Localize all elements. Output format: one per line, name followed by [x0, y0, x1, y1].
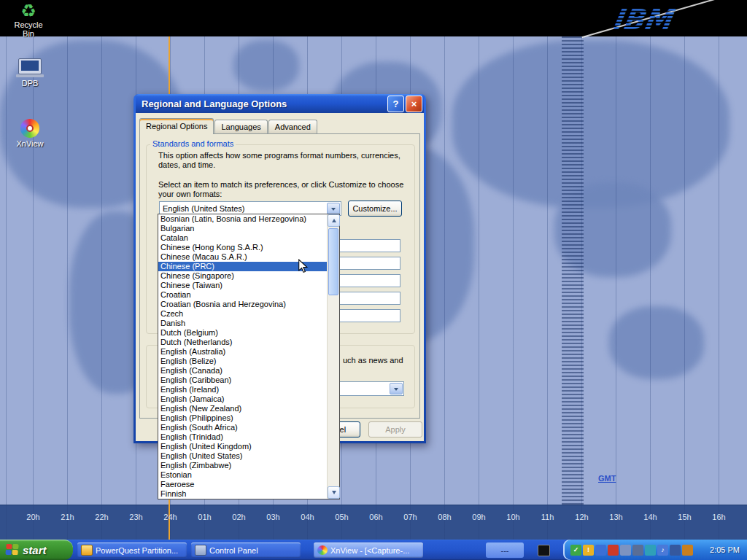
chevron-down-icon[interactable] [390, 383, 403, 394]
hour-label: 05h [325, 513, 359, 521]
chevron-down-icon[interactable] [327, 203, 340, 214]
icon-label: DPB [9, 79, 51, 88]
language-option[interactable]: Czech [158, 309, 327, 319]
hour-label: 20h [16, 513, 50, 521]
control-panel-icon [195, 545, 206, 556]
language-option[interactable]: English (Belize) [158, 357, 327, 366]
desktop-icon-recycle-bin[interactable]: ♻ Recycle Bin [7, 1, 50, 38]
tray-icon[interactable]: ✓ [570, 545, 581, 556]
language-option[interactable]: Bulgarian [158, 224, 327, 233]
icon-label: XnView [9, 139, 51, 148]
tray-icon[interactable] [595, 545, 606, 556]
language-option[interactable]: English (Ireland) [158, 385, 327, 394]
scroll-up-button[interactable] [328, 214, 340, 227]
taskbar-clock[interactable]: 2:05 PM [710, 545, 747, 554]
language-option[interactable]: Finnish [158, 489, 327, 499]
language-option[interactable]: Chinese (Taiwan) [158, 281, 327, 290]
tray-icon[interactable] [620, 545, 631, 556]
hour-label: 21h [50, 513, 85, 521]
language-option[interactable]: Chinese (PRC) [158, 262, 327, 271]
desktop-icon-dpb[interactable]: DPB [9, 58, 51, 88]
scrollbar-thumb[interactable] [328, 228, 338, 295]
group-caption: Standards and formats [150, 139, 236, 148]
language-option[interactable]: Chinese (Hong Kong S.A.R.) [158, 243, 327, 252]
language-option[interactable]: English (Australia) [158, 347, 327, 357]
map-continent [452, 40, 729, 208]
dialog-titlebar[interactable]: Regional and Language Options ? × [136, 94, 424, 113]
xnview-icon [317, 545, 328, 555]
language-option[interactable]: Faeroese [158, 480, 327, 489]
apply-button[interactable]: Apply [368, 421, 422, 438]
tray-icon[interactable]: ! [583, 545, 594, 556]
laptop-icon [9, 58, 51, 77]
console-icon[interactable] [538, 545, 550, 556]
hour-label: 22h [85, 513, 119, 521]
tray-icon[interactable]: ♪ [657, 545, 668, 556]
hour-label-row: 20h21h22h23h24h01h02h03h04h05h06h07h08h0… [16, 513, 736, 521]
tray-icon[interactable] [645, 545, 656, 556]
language-option[interactable]: Chinese (Singapore) [158, 271, 327, 281]
taskbar-mini-toolbar[interactable]: --- [486, 542, 524, 558]
tab-languages[interactable]: Languages [214, 120, 267, 133]
language-option[interactable]: Estonian [158, 470, 327, 480]
language-option[interactable]: English (United States) [158, 451, 327, 461]
location-text-fragment: uch as news and [343, 356, 403, 365]
language-option[interactable]: Dutch (Netherlands) [158, 338, 327, 347]
language-option[interactable]: English (Caribbean) [158, 376, 327, 385]
icon-label: Recycle Bin [7, 20, 50, 38]
language-option[interactable]: English (Jamaica) [158, 394, 327, 404]
tray-icon[interactable] [608, 545, 619, 556]
customize-button[interactable]: Customize... [348, 201, 402, 217]
tray-icon[interactable] [682, 545, 693, 556]
tray-icon[interactable] [670, 545, 681, 556]
dialog-body: Regional Options Languages Advanced Stan… [136, 113, 424, 441]
tab-advanced[interactable]: Advanced [268, 120, 317, 133]
language-option[interactable]: Dutch (Belgium) [158, 328, 327, 338]
taskbar-button-control-panel[interactable]: Control Panel [191, 542, 301, 558]
start-button[interactable]: start [0, 540, 73, 560]
language-option[interactable]: Croatian (Bosnia and Herzegovina) [158, 300, 327, 309]
hour-label: 11h [530, 513, 565, 521]
language-option[interactable]: Bosnian (Latin, Bosnia and Herzegovina) [158, 214, 327, 224]
triangle-up-icon [332, 219, 336, 222]
recycle-bin-icon: ♻ [7, 1, 50, 20]
hour-label: 13h [599, 513, 633, 521]
language-option[interactable]: Chinese (Macau S.A.R.) [158, 252, 327, 262]
dropdown-scrollbar[interactable] [327, 214, 339, 499]
language-option[interactable]: English (Canada) [158, 366, 327, 376]
hour-label: 09h [462, 513, 496, 521]
taskbar-button-xnview[interactable]: XnView - [<Capture-... [314, 542, 423, 558]
tray-icon-row: ✓!♪ [563, 545, 693, 556]
taskbar-button-label: Control Panel [209, 546, 258, 555]
language-option[interactable]: English (South Africa) [158, 423, 327, 432]
hour-label: 23h [119, 513, 153, 521]
language-option[interactable]: Croatian [158, 290, 327, 300]
windows-flag-icon [5, 544, 20, 556]
language-dropdown[interactable]: Bosnian (Latin, Bosnia and Herzegovina)B… [158, 214, 340, 499]
scroll-down-button[interactable] [328, 486, 340, 499]
language-option[interactable]: Catalan [158, 233, 327, 243]
language-option[interactable]: English (Zimbabwe) [158, 461, 327, 470]
language-option[interactable]: English (New Zealand) [158, 404, 327, 413]
hour-label: 04h [290, 513, 325, 521]
standards-instruction: Select an item to match its preferences,… [158, 180, 410, 199]
taskbar-button-powerquest[interactable]: PowerQuest Partition... [77, 542, 187, 558]
desktop-icon-xnview[interactable]: XnView [9, 119, 51, 148]
tray-icon[interactable] [632, 545, 643, 556]
language-option[interactable]: English (United Kingdom) [158, 442, 327, 451]
language-items: Bosnian (Latin, Bosnia and Herzegovina)B… [158, 214, 327, 499]
language-option[interactable]: English (Philippines) [158, 413, 327, 423]
language-option[interactable]: English (Trinidad) [158, 432, 327, 442]
close-button[interactable]: × [406, 96, 422, 112]
help-button[interactable]: ? [387, 96, 404, 112]
tab-regional-options[interactable]: Regional Options [139, 118, 214, 134]
triangle-down-icon [332, 491, 336, 494]
hour-label: 24h [153, 513, 187, 521]
hour-label: 01h [187, 513, 222, 521]
hour-label: 12h [565, 513, 599, 521]
hour-label: 08h [427, 513, 462, 521]
taskbar-button-label: PowerQuest Partition... [96, 546, 178, 555]
hour-label: 10h [496, 513, 530, 521]
powerquest-icon [81, 545, 93, 556]
language-option[interactable]: Danish [158, 319, 327, 328]
